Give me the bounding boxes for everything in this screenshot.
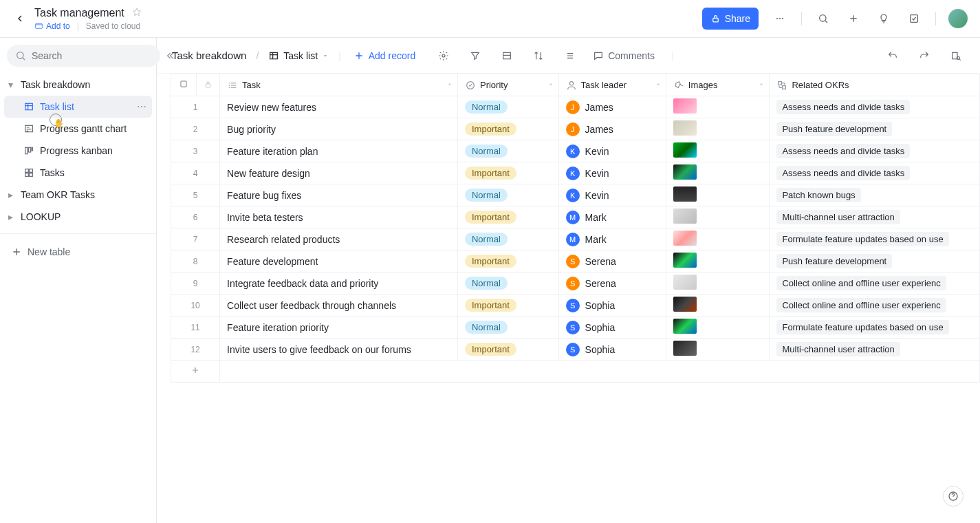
task-cell[interactable]: Feature development <box>220 250 458 273</box>
task-cell[interactable]: Feature iteration plan <box>220 140 458 162</box>
leader-cell[interactable]: SSerena <box>558 250 666 273</box>
table-row[interactable]: 6 Invite beta testers Important MMark Mu… <box>171 206 980 228</box>
okr-cell[interactable]: Patch known bugs <box>770 184 980 206</box>
task-cell[interactable]: Invite beta testers <box>220 206 458 228</box>
table-row[interactable]: 1 Review new features Normal JJames Asse… <box>171 96 980 118</box>
add-to-link[interactable]: Add to <box>34 21 70 31</box>
leader-column-header[interactable]: Task leader <box>558 74 666 96</box>
new-table-button[interactable]: New table <box>0 239 156 264</box>
find-record-icon[interactable] <box>947 47 965 65</box>
task-cell[interactable]: Integrate feedback data and priority <box>220 273 458 295</box>
table-row[interactable]: 11 Feature iteration priority Normal SSo… <box>171 317 980 339</box>
undo-icon[interactable] <box>884 47 902 65</box>
settings-icon[interactable] <box>435 47 453 65</box>
breadcrumb[interactable]: Task breakdown <box>172 50 246 61</box>
search-input-wrapper[interactable] <box>7 45 160 67</box>
okr-cell[interactable]: Push feature development <box>770 118 980 140</box>
search-input[interactable] <box>32 50 152 61</box>
priority-cell[interactable]: Important <box>457 339 558 361</box>
okr-cell[interactable]: Push feature development <box>770 250 980 273</box>
leader-cell[interactable]: SSerena <box>558 273 666 295</box>
okr-cell[interactable]: Collect online and offline user experien… <box>770 273 980 295</box>
leader-cell[interactable]: SSophia <box>558 295 666 317</box>
table-row[interactable]: 5 Feature bug fixes Normal KKevin Patch … <box>171 184 980 206</box>
okr-cell[interactable]: Assess needs and divide tasks <box>770 140 980 162</box>
leader-cell[interactable]: JJames <box>558 118 666 140</box>
sidebar-item[interactable]: Tasks⋯ <box>4 162 152 184</box>
okr-cell[interactable]: Collect online and offline user experien… <box>770 295 980 317</box>
priority-cell[interactable]: Normal <box>457 140 558 162</box>
share-button[interactable]: Share <box>702 8 759 30</box>
comments-button[interactable]: Comments <box>593 50 655 61</box>
user-avatar[interactable] <box>948 9 968 28</box>
more-menu-icon[interactable] <box>771 10 789 28</box>
task-cell[interactable]: Feature bug fixes <box>220 184 458 206</box>
priority-cell[interactable]: Important <box>457 250 558 273</box>
okrs-column-header[interactable]: Related OKRs <box>770 74 980 96</box>
task-cell[interactable]: New feature design <box>220 162 458 184</box>
task-cell[interactable]: Bug priority <box>220 118 458 140</box>
okr-cell[interactable]: Formulate feature updates based on use <box>770 317 980 339</box>
priority-cell[interactable]: Normal <box>457 228 558 250</box>
leader-cell[interactable]: MMark <box>558 206 666 228</box>
table-row[interactable]: 10 Collect user feedback through channel… <box>171 295 980 317</box>
filter-icon[interactable] <box>466 47 484 65</box>
image-cell[interactable] <box>666 184 770 206</box>
help-button[interactable] <box>943 486 963 506</box>
image-cell[interactable] <box>666 162 770 184</box>
add-row[interactable] <box>171 361 980 383</box>
doc-title[interactable]: Task management <box>34 7 124 19</box>
task-cell[interactable]: Research related products <box>220 228 458 250</box>
table-row[interactable]: 2 Bug priority Important JJames Push fea… <box>171 118 980 140</box>
checklist-icon[interactable] <box>905 10 923 28</box>
leader-cell[interactable]: JJames <box>558 96 666 118</box>
task-column-header[interactable]: Task <box>220 74 458 96</box>
sort-icon[interactable] <box>530 47 547 65</box>
task-cell[interactable]: Collect user feedback through channels <box>220 295 458 317</box>
star-icon[interactable] <box>131 7 142 20</box>
okr-cell[interactable]: Multi-channel user attraction <box>770 339 980 361</box>
task-cell[interactable]: Invite users to give feedback on our for… <box>220 339 458 361</box>
okr-cell[interactable]: Assess needs and divide tasks <box>770 162 980 184</box>
image-cell[interactable] <box>666 206 770 228</box>
okr-cell[interactable]: Multi-channel user attraction <box>770 206 980 228</box>
table-row[interactable]: 3 Feature iteration plan Normal KKevin A… <box>171 140 980 162</box>
leader-cell[interactable]: SSophia <box>558 317 666 339</box>
redo-icon[interactable] <box>915 47 933 65</box>
plus-icon[interactable] <box>845 10 862 28</box>
leader-cell[interactable]: SSophia <box>558 339 666 361</box>
image-cell[interactable] <box>666 295 770 317</box>
leader-cell[interactable]: KKevin <box>558 140 666 162</box>
nav-group-header[interactable]: ▸LOOKUP <box>0 206 156 228</box>
image-cell[interactable] <box>666 339 770 361</box>
table-row[interactable]: 8 Feature development Important SSerena … <box>171 250 980 273</box>
leader-cell[interactable]: KKevin <box>558 162 666 184</box>
task-cell[interactable]: Feature iteration priority <box>220 317 458 339</box>
image-cell[interactable] <box>666 317 770 339</box>
image-cell[interactable] <box>666 140 770 162</box>
leader-cell[interactable]: MMark <box>558 228 666 250</box>
images-column-header[interactable]: Images <box>666 74 770 96</box>
priority-cell[interactable]: Important <box>457 162 558 184</box>
view-selector[interactable]: Task list <box>268 50 329 61</box>
priority-cell[interactable]: Important <box>457 118 558 140</box>
image-cell[interactable] <box>666 96 770 118</box>
image-cell[interactable] <box>666 228 770 250</box>
priority-cell[interactable]: Normal <box>457 317 558 339</box>
leader-cell[interactable]: KKevin <box>558 184 666 206</box>
priority-cell[interactable]: Normal <box>457 184 558 206</box>
priority-cell[interactable]: Important <box>457 206 558 228</box>
image-cell[interactable] <box>666 118 770 140</box>
priority-cell[interactable]: Normal <box>457 273 558 295</box>
table-row[interactable]: 12 Invite users to give feedback on our … <box>171 339 980 361</box>
priority-column-header[interactable]: Priority <box>457 74 558 96</box>
back-button[interactable] <box>12 11 28 26</box>
table-row[interactable]: 4 New feature design Important KKevin As… <box>171 162 980 184</box>
task-cell[interactable]: Review new features <box>220 96 458 118</box>
row-height-icon[interactable] <box>561 47 579 65</box>
nav-group-header[interactable]: ▾Task breakdown <box>0 74 156 96</box>
nav-group-header[interactable]: ▸Team OKR Tasks <box>0 184 156 206</box>
image-cell[interactable] <box>666 250 770 273</box>
more-icon[interactable]: ⋯ <box>137 101 146 112</box>
table-row[interactable]: 7 Research related products Normal MMark… <box>171 228 980 250</box>
